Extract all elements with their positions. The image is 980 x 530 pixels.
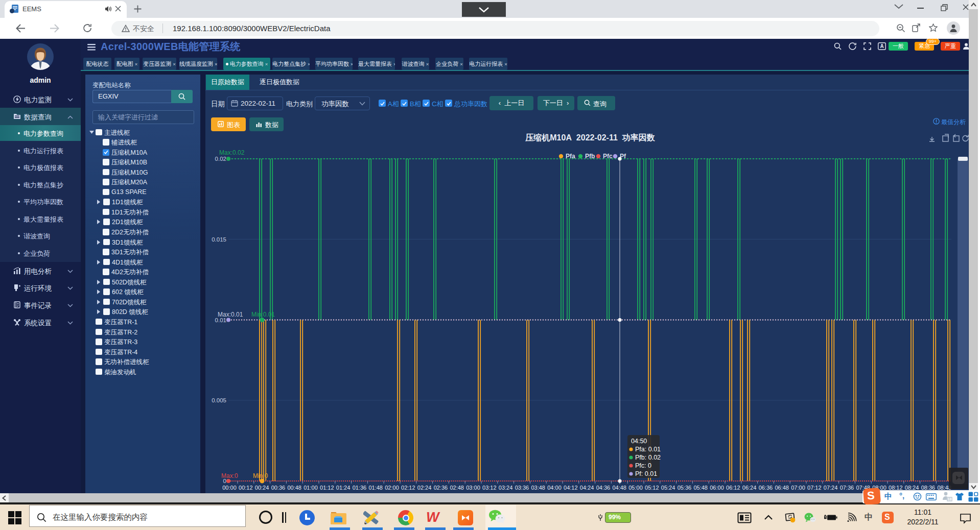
svg-text:02:24: 02:24	[417, 485, 432, 491]
svg-text:01:36: 01:36	[353, 485, 367, 491]
svg-text:Pfa: 0.01: Pfa: 0.01	[635, 446, 661, 453]
svg-text:Pfc: 0: Pfc: 0	[635, 462, 651, 469]
svg-text:07:12: 07:12	[807, 485, 822, 491]
svg-text:04:12: 04:12	[564, 485, 578, 491]
svg-text:Max:0.02: Max:0.02	[219, 149, 245, 156]
svg-text:00:00: 00:00	[222, 485, 237, 491]
svg-text:02:36: 02:36	[434, 485, 448, 491]
svg-text:压缩机M10A 2022-02-11 功率因数: 压缩机M10A 2022-02-11 功率因数	[525, 133, 655, 142]
svg-text:02:12: 02:12	[401, 485, 415, 491]
svg-text:0.02: 0.02	[215, 156, 226, 162]
svg-text:00:48: 00:48	[287, 485, 301, 491]
svg-text:Min:0: Min:0	[253, 472, 268, 479]
svg-text:05:48: 05:48	[693, 485, 708, 491]
svg-text:04:48: 04:48	[612, 485, 626, 491]
svg-text:03:24: 03:24	[499, 485, 513, 491]
svg-text:05:12: 05:12	[645, 485, 659, 491]
svg-text:Pfb: 0.02: Pfb: 0.02	[635, 454, 661, 461]
svg-text:03:48: 03:48	[531, 485, 545, 491]
svg-text:04:50: 04:50	[631, 438, 647, 445]
svg-text:02:00: 02:00	[385, 485, 399, 491]
svg-text:04:24: 04:24	[580, 485, 594, 491]
svg-text:07:00: 07:00	[791, 485, 805, 491]
svg-text:0.005: 0.005	[212, 397, 226, 403]
svg-text:Min:0.01: Min:0.01	[251, 311, 275, 318]
svg-text:0.015: 0.015	[212, 236, 226, 243]
svg-text:00:24: 00:24	[255, 485, 269, 491]
svg-text:00:12: 00:12	[239, 485, 253, 491]
svg-text:01:24: 01:24	[336, 485, 351, 491]
svg-text:Max:0.01: Max:0.01	[218, 311, 243, 318]
svg-text:03:00: 03:00	[466, 485, 480, 491]
svg-text:06:24: 06:24	[742, 485, 757, 491]
svg-text:A: A	[880, 43, 883, 49]
svg-text:07:24: 07:24	[824, 485, 838, 491]
svg-text:05:24: 05:24	[661, 485, 675, 491]
svg-text:06:36: 06:36	[759, 485, 773, 491]
svg-text:05:36: 05:36	[678, 485, 692, 491]
svg-text:06:00: 06:00	[710, 485, 724, 491]
svg-text:06:12: 06:12	[726, 485, 740, 491]
svg-text:18: 18	[947, 497, 951, 501]
svg-text:00:36: 00:36	[271, 485, 286, 491]
svg-text:01:12: 01:12	[320, 485, 334, 491]
svg-text:04:00: 04:00	[547, 485, 562, 491]
svg-text:07:36: 07:36	[840, 485, 854, 491]
svg-text:06:48: 06:48	[775, 485, 789, 491]
svg-text:04:36: 04:36	[596, 485, 611, 491]
svg-text:02:48: 02:48	[450, 485, 464, 491]
svg-text:05:00: 05:00	[628, 485, 643, 491]
svg-text:03:36: 03:36	[515, 485, 529, 491]
svg-text:01:48: 01:48	[368, 485, 383, 491]
svg-text:Pf: 0.01: Pf: 0.01	[635, 470, 657, 477]
svg-text:Max:0: Max:0	[221, 472, 238, 479]
svg-text:03:12: 03:12	[482, 485, 497, 491]
svg-text:01:00: 01:00	[304, 485, 318, 491]
